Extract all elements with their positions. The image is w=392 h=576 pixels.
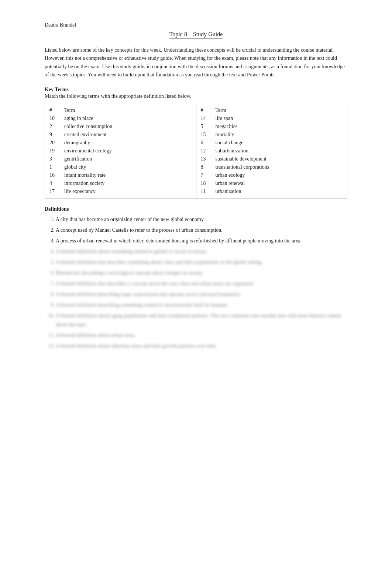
definition-item: A blurred definition about something rel… (56, 247, 347, 256)
table-row: 14life span (201, 114, 343, 123)
term-label: transnational corporations (216, 164, 343, 170)
table-row: 3gentrification (49, 155, 192, 163)
term-label: environmental ecology (64, 148, 192, 154)
terms-col-right: # Term 14life span5megacities15mortality… (196, 103, 347, 199)
table-row: 18urban renewal (201, 179, 343, 187)
definition-item: A blurred definition that describes some… (56, 258, 347, 266)
table-row: 10aging in place (49, 114, 192, 123)
intro-paragraph: Listed below are some of the key concept… (45, 46, 347, 79)
term-label: urbanization (216, 189, 343, 194)
table-row: 20demography (49, 139, 192, 147)
term-label: life span (216, 115, 343, 121)
table-row: 5megacities (201, 123, 343, 131)
col2-header-term: Term (216, 107, 343, 113)
col2-header-num: # (201, 107, 216, 113)
definition-item: A blurred definition about urban areas. (56, 331, 347, 339)
col1-header-term: Term (64, 107, 192, 113)
table-row: 19environmental ecology (49, 147, 192, 155)
term-num: 17 (49, 189, 64, 194)
table-row: 2collective consumption (49, 123, 192, 131)
term-num: 16 (49, 172, 64, 178)
term-label: sustainable development (216, 156, 343, 162)
term-label: suburbanization (216, 148, 343, 154)
term-num: 6 (201, 140, 216, 146)
table-row: 12suburbanization (201, 147, 343, 155)
term-num: 9 (49, 132, 64, 138)
term-label: life expectancy (64, 189, 192, 194)
table-row: 6social change (201, 139, 343, 147)
table-row: 4information society (49, 179, 192, 187)
definition-item: A process of urban renewal in which olde… (56, 237, 347, 245)
term-num: 10 (49, 115, 64, 121)
term-num: 13 (201, 156, 216, 162)
term-num: 2 (49, 124, 64, 130)
term-num: 11 (201, 189, 216, 194)
table-row: 8transnational corporations (201, 163, 343, 171)
term-label: gentrification (64, 156, 192, 162)
term-label: urban ecology (216, 172, 343, 178)
terms-table: # Term 10aging in place2collective consu… (45, 103, 347, 199)
terms-col-left-header: # Term (49, 106, 192, 114)
term-label: infant mortality rate (64, 172, 192, 178)
definitions-list: A city that has become an organizing cen… (45, 215, 347, 350)
term-num: 14 (201, 115, 216, 121)
col1-header-num: # (49, 107, 64, 113)
definition-item: A city that has become an organizing cen… (56, 215, 347, 224)
term-label: created environment (64, 132, 192, 138)
term-num: 18 (201, 180, 216, 186)
key-terms-header: Key Terms (45, 87, 347, 93)
term-label: social change (216, 140, 343, 146)
term-num: 7 (201, 172, 216, 178)
term-num: 8 (201, 164, 216, 170)
definition-item: A blurred definition about suburban area… (56, 342, 347, 350)
title-container: Topic 8 – Study Guide (45, 31, 347, 39)
term-label: demography (64, 140, 192, 146)
terms-col-right-header: # Term (201, 106, 343, 114)
key-terms-subheader: Match the following terms with the appro… (45, 93, 347, 99)
term-label: mortality (216, 132, 343, 138)
table-row: 7urban ecology (201, 171, 343, 179)
table-row: 1global city (49, 163, 192, 171)
table-row: 13sustainable development (201, 155, 343, 163)
terms-col-left: # Term 10aging in place2collective consu… (45, 103, 196, 199)
table-row: 16infant mortality rate (49, 171, 192, 179)
page-container: Deatra Brandel Topic 8 – Study Guide Lis… (37, 0, 355, 382)
term-num: 15 (201, 132, 216, 138)
table-row: 15mortality (201, 131, 343, 139)
term-num: 20 (49, 140, 64, 146)
table-row: 17life expectancy (49, 187, 192, 196)
table-row: 11urbanization (201, 187, 343, 196)
definition-item: A blurred definition about aging populat… (56, 311, 347, 328)
term-label: aging in place (64, 115, 192, 121)
definition-item: A concept used by Manuel Castells to ref… (56, 226, 347, 234)
definition-item: Blurred text describing a sociological c… (56, 269, 347, 277)
term-num: 3 (49, 156, 64, 162)
term-label: global city (64, 164, 192, 170)
term-label: collective consumption (64, 124, 192, 130)
term-num: 1 (49, 164, 64, 170)
definition-item: A blurred definition that describes a co… (56, 279, 347, 288)
page-title: Topic 8 – Study Guide (169, 31, 223, 39)
table-row: 9created environment (49, 131, 192, 139)
term-num: 19 (49, 148, 64, 154)
definitions-header: Definitions (45, 206, 347, 212)
author-name: Deatra Brandel (45, 22, 347, 28)
term-num: 5 (201, 124, 216, 130)
definition-item: A blurred definition describing somethin… (56, 301, 347, 309)
term-label: megacities (216, 124, 343, 130)
term-num: 4 (49, 180, 64, 186)
term-label: urban renewal (216, 180, 343, 186)
definition-item: A blurred definition describing large co… (56, 290, 347, 299)
term-label: information society (64, 180, 192, 186)
term-num: 12 (201, 148, 216, 154)
